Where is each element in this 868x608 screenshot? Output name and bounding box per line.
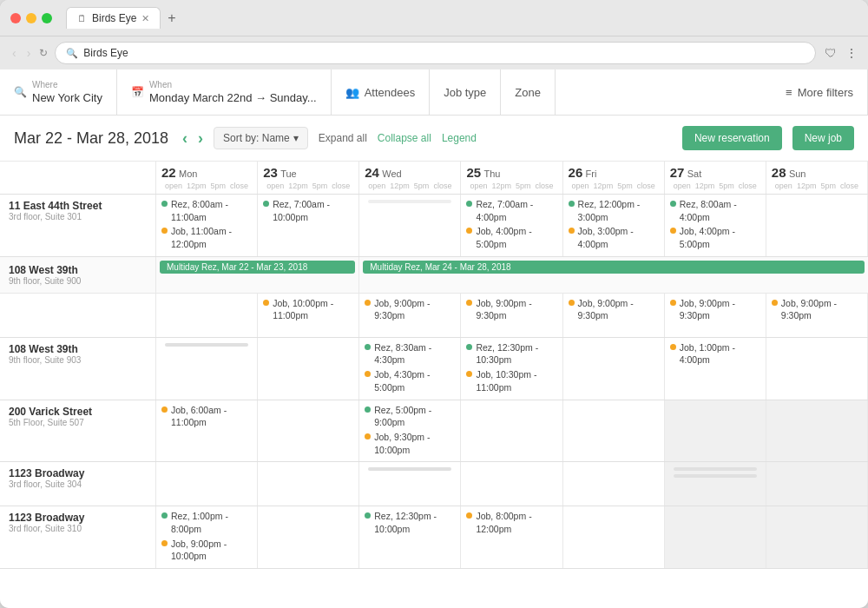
event-item[interactable]: Rez, 1:00pm - 8:00pm bbox=[161, 510, 252, 535]
event-text: Job, 10:00pm - 11:00pm bbox=[273, 297, 353, 322]
job-dot bbox=[772, 300, 778, 306]
next-week-button[interactable]: › bbox=[198, 129, 203, 148]
browser-menu-button[interactable]: ⋮ bbox=[845, 46, 858, 60]
new-reservation-button[interactable]: New reservation bbox=[682, 126, 782, 150]
refresh-button[interactable]: ↻ bbox=[39, 47, 48, 59]
event-text: Job, 9:00pm - 9:30pm bbox=[680, 297, 760, 322]
event-item[interactable]: Job, 11:00am - 12:00pm bbox=[161, 225, 252, 250]
legend-button[interactable]: Legend bbox=[442, 132, 477, 144]
event-item[interactable]: Job, 9:00pm - 9:30pm bbox=[670, 297, 760, 322]
day-header-24: 24 Wed open12pm5pmclose bbox=[359, 162, 461, 194]
event-item[interactable]: Job, 10:30pm - 11:00pm bbox=[466, 368, 556, 393]
event-item[interactable]: Job, 9:00pm - 10:00pm bbox=[161, 538, 252, 563]
cell-3-6 bbox=[766, 400, 868, 462]
event-item[interactable]: Rez, 12:30pm - 10:00pm bbox=[365, 510, 455, 535]
cell-2-1 bbox=[258, 338, 359, 400]
job-dot bbox=[670, 300, 676, 306]
event-item[interactable]: Rez, 7:00am - 10:00pm bbox=[263, 198, 353, 223]
cell-4-5 bbox=[665, 462, 766, 506]
event-item[interactable]: Job, 9:30pm - 10:00pm bbox=[365, 431, 455, 456]
location-section-0: 11 East 44th Street 3rd floor, Suite 301… bbox=[0, 195, 868, 257]
collapse-all-button[interactable]: Collapse all bbox=[378, 132, 431, 144]
event-item[interactable]: Rez, 8:00am - 11:00am bbox=[161, 198, 252, 223]
job-type-filter[interactable]: Job type bbox=[430, 69, 501, 115]
new-tab-button[interactable]: + bbox=[164, 10, 179, 26]
event-text: Rez, 12:30pm - 10:30pm bbox=[476, 341, 556, 367]
multiday-bar-1a[interactable]: Multiday Rez, Mar 22 - Mar 23, 2018 bbox=[156, 257, 359, 293]
event-item[interactable]: Job, 4:30pm - 5:00pm bbox=[365, 368, 455, 393]
job-dot bbox=[670, 344, 676, 350]
active-tab[interactable]: 🗒 Birds Eye ✕ bbox=[66, 7, 161, 29]
rez-dot bbox=[161, 512, 168, 519]
attendees-filter[interactable]: 👥 Attendees bbox=[332, 69, 431, 115]
location-title-4: 1123 Broadway 3rd floor, Suite 304 bbox=[0, 462, 156, 506]
event-text: Rez, 8:00am - 4:00pm bbox=[680, 198, 760, 223]
extension-icon[interactable]: 🛡 bbox=[823, 44, 838, 62]
day-name-wed: Wed bbox=[382, 169, 401, 179]
maximize-button[interactable] bbox=[42, 13, 52, 23]
cell-3-3 bbox=[461, 400, 562, 462]
when-filter[interactable]: 📅 When Monday March 22nd → Sunday... bbox=[117, 69, 332, 115]
event-item[interactable]: Job, 10:00pm - 11:00pm bbox=[263, 297, 353, 322]
zone-filter[interactable]: Zone bbox=[501, 69, 556, 115]
app-content: 🔍 Where New York City 📅 When Monday Marc… bbox=[0, 69, 868, 608]
cell-4-6 bbox=[766, 462, 868, 506]
calendar-actions: Expand all Collapse all Legend bbox=[319, 132, 477, 144]
sort-button[interactable]: Sort by: Name ▾ bbox=[214, 127, 308, 149]
day-num-22: 22 bbox=[161, 165, 176, 180]
cell-0-6 bbox=[766, 195, 868, 256]
event-item[interactable]: Job, 3:00pm - 4:00pm bbox=[569, 225, 659, 250]
multiday-bar-label-1b: Multiday Rez, Mar 24 - Mar 28, 2018 bbox=[363, 261, 865, 274]
location-title-0: 11 East 44th Street 3rd floor, Suite 301 bbox=[0, 195, 156, 256]
event-item[interactable]: Job, 1:00pm - 4:00pm bbox=[670, 341, 760, 367]
location-name-4: 1123 Broadway bbox=[9, 467, 147, 479]
location-name-5: 1123 Broadway bbox=[9, 512, 147, 524]
event-item[interactable]: Rez, 8:30am - 4:30pm bbox=[365, 341, 455, 367]
event-item[interactable]: Job, 9:00pm - 9:30pm bbox=[365, 297, 455, 322]
back-button[interactable]: ‹ bbox=[10, 44, 18, 62]
cell-5-3: Job, 8:00pm - 12:00pm bbox=[461, 506, 562, 568]
event-item[interactable]: Rez, 7:00am - 4:00pm bbox=[466, 198, 556, 223]
location-title-3: 200 Varick Street 5th Floor, Suite 507 bbox=[0, 400, 156, 462]
job-dot bbox=[365, 371, 371, 377]
job-type-label: Job type bbox=[444, 86, 486, 99]
close-button[interactable] bbox=[10, 13, 21, 23]
location-section-5: 1123 Broadway 3rd floor, Suite 310 Rez, … bbox=[0, 506, 868, 569]
event-item[interactable]: Job, 9:00pm - 9:30pm bbox=[569, 297, 659, 322]
event-item[interactable]: Job, 9:00pm - 9:30pm bbox=[466, 297, 556, 322]
minimize-button[interactable] bbox=[26, 13, 36, 23]
event-text: Rez, 7:00am - 4:00pm bbox=[476, 198, 556, 223]
tab-close-icon[interactable]: ✕ bbox=[141, 13, 149, 24]
traffic-lights bbox=[10, 13, 52, 23]
event-item[interactable]: Job, 6:00am - 11:00pm bbox=[161, 404, 252, 429]
calendar-header: Mar 22 - Mar 28, 2018 ‹ › Sort by: Name … bbox=[0, 116, 868, 162]
event-item[interactable]: Job, 4:00pm - 5:00pm bbox=[466, 225, 556, 250]
event-item[interactable]: Job, 8:00pm - 12:00pm bbox=[466, 510, 556, 535]
event-item[interactable]: Rez, 12:30pm - 10:30pm bbox=[466, 341, 556, 367]
tab-icon: 🗒 bbox=[77, 13, 87, 23]
location-sub-5: 3rd floor, Suite 310 bbox=[9, 524, 147, 533]
event-item[interactable]: Job, 9:00pm - 9:30pm bbox=[772, 297, 862, 322]
location-sub-2: 9th floor, Suite 903 bbox=[9, 355, 147, 365]
cell-1-1: Job, 10:00pm - 11:00pm bbox=[258, 294, 359, 337]
event-text: Rez, 1:00pm - 8:00pm bbox=[171, 510, 252, 535]
where-filter[interactable]: 🔍 Where New York City bbox=[0, 69, 117, 115]
cell-3-4 bbox=[563, 400, 665, 462]
expand-all-button[interactable]: Expand all bbox=[319, 132, 367, 144]
cell-1-0 bbox=[156, 294, 258, 337]
url-bar[interactable]: 🔍 Birds Eye bbox=[55, 42, 816, 64]
cell-1-3: Job, 9:00pm - 9:30pm bbox=[461, 294, 562, 337]
sort-dropdown-icon: ▾ bbox=[293, 132, 299, 144]
event-item[interactable]: Rez, 5:00pm - 9:00pm bbox=[365, 404, 455, 429]
event-item[interactable]: Rez, 8:00am - 4:00pm bbox=[670, 198, 760, 223]
job-dot bbox=[161, 540, 168, 546]
new-job-button[interactable]: New job bbox=[792, 126, 854, 150]
more-filters-button[interactable]: ≡ More filters bbox=[772, 69, 868, 115]
event-item[interactable]: Job, 4:00pm - 5:00pm bbox=[670, 225, 760, 250]
multiday-bar-1b[interactable]: Multiday Rez, Mar 24 - Mar 28, 2018 bbox=[359, 257, 868, 293]
job-dot bbox=[466, 300, 472, 306]
prev-week-button[interactable]: ‹ bbox=[182, 129, 187, 148]
event-item[interactable]: Rez, 12:00pm - 3:00pm bbox=[569, 198, 659, 223]
cell-5-1 bbox=[258, 506, 359, 568]
forward-button[interactable]: › bbox=[25, 44, 33, 62]
